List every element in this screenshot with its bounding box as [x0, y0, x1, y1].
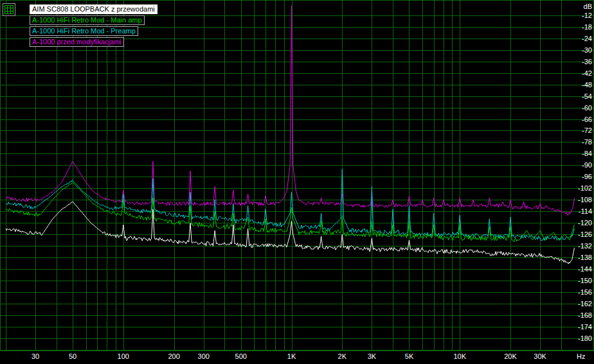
y-tick-label: -90: [582, 161, 592, 169]
x-tick-label: 100: [118, 352, 129, 360]
legend-item-main-amp[interactable]: A-1000 HiFi Retro Mod - Main amp: [30, 15, 145, 25]
y-tick-label: -30: [582, 46, 592, 54]
y-tick-label: -126: [578, 230, 592, 238]
y-tick-label: -72: [582, 126, 592, 134]
legend-item-preamp[interactable]: A-1000 HiFi Retro Mod - Preamp: [30, 26, 138, 36]
y-tick-label: -12: [582, 12, 592, 19]
y-axis-unit-label: dB: [584, 3, 592, 10]
x-tick-label: 30K: [534, 352, 546, 360]
x-tick-label: 30: [32, 352, 39, 360]
y-tick-label: -174: [578, 323, 592, 331]
x-tick-label: 10K: [453, 352, 466, 360]
x-axis-unit-label: Hz: [577, 352, 585, 360]
x-tick-label: 1K: [287, 352, 296, 360]
x-tick-label: 3K: [368, 352, 377, 360]
x-tick-label: 200: [168, 352, 179, 360]
y-tick-label: -102: [578, 184, 592, 192]
x-tick-label: 50: [69, 352, 76, 360]
y-tick-label: -24: [582, 35, 592, 42]
legend-label: A-1000 przed modyfikacjami: [32, 38, 122, 46]
y-tick-label: -96: [582, 173, 592, 180]
y-tick-label: -114: [579, 207, 592, 215]
y-tick-label: -180: [578, 334, 592, 342]
legend-label: AIM SC808 LOOPBACK z przewodami: [32, 5, 155, 13]
y-tick-label: -36: [582, 58, 592, 65]
y-tick-label: -78: [582, 138, 592, 146]
legend-label: A-1000 HiFi Retro Mod - Preamp: [32, 27, 136, 35]
y-tick-label: -120: [578, 219, 592, 227]
y-tick-label: -108: [578, 196, 592, 204]
legend-item-przed-mod[interactable]: A-1000 przed modyfikacjami: [30, 37, 124, 47]
y-tick-label: -168: [578, 311, 592, 319]
legend-item-loopback[interactable]: AIM SC808 LOOPBACK z przewodami: [30, 4, 158, 14]
y-tick-label: -162: [578, 300, 592, 308]
legend: AIM SC808 LOOPBACK z przewodami A-1000 H…: [30, 4, 158, 47]
spectrum-chart: 30501002003005001K2K3K5K10K20K30KHzdB-12…: [0, 0, 594, 364]
y-tick-label: -54: [582, 92, 592, 100]
x-tick-label: 20K: [504, 352, 517, 360]
y-tick-label: -66: [582, 116, 592, 123]
y-tick-label: -48: [582, 81, 592, 89]
chart-background: [0, 0, 594, 364]
x-tick-label: 2K: [338, 352, 347, 360]
y-tick-label: -144: [578, 265, 592, 273]
y-tick-label: -84: [582, 150, 592, 157]
x-tick-label: 300: [198, 352, 210, 360]
y-tick-label: -138: [578, 254, 592, 261]
spectrum-analyzer-window: 30501002003005001K2K3K5K10K20K30KHzdB-12…: [0, 0, 594, 364]
legend-label: A-1000 HiFi Retro Mod - Main amp: [32, 16, 142, 24]
y-tick-label: -156: [578, 288, 592, 296]
grid-icon: [4, 5, 14, 14]
y-tick-label: -60: [582, 104, 592, 112]
y-tick-label: -150: [578, 277, 592, 284]
grid-toolbar-button[interactable]: [3, 3, 15, 16]
y-tick-label: -132: [578, 242, 592, 250]
x-tick-label: 500: [235, 352, 247, 360]
y-tick-label: -18: [582, 23, 592, 31]
y-tick-label: -42: [582, 69, 592, 77]
x-tick-label: 5K: [405, 352, 414, 360]
